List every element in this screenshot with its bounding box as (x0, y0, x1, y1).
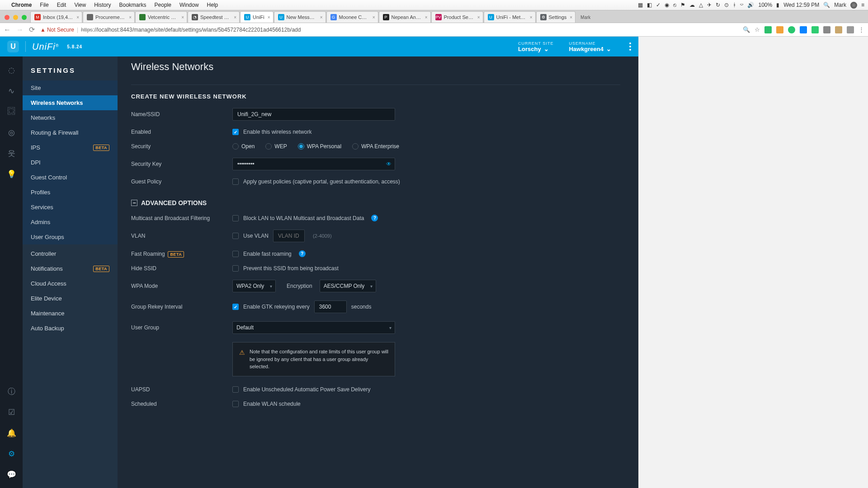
menu-window[interactable]: Window (176, 2, 202, 8)
security-wep-radio[interactable] (265, 143, 272, 150)
tray-icon[interactable]: ⊙ (724, 2, 729, 8)
alerts-icon[interactable]: 🔔 (7, 428, 16, 437)
ssid-input[interactable] (232, 108, 395, 121)
scheduled-checkbox[interactable] (232, 401, 239, 407)
browser-tab[interactable]: MInbox (19,456) -× (30, 11, 82, 23)
tab-close-icon[interactable]: × (570, 15, 572, 20)
extension-icon[interactable] (811, 26, 819, 33)
checklist-icon[interactable]: ☑ (7, 408, 16, 417)
menu-help[interactable]: Help (204, 2, 222, 8)
guest-policy-checkbox[interactable] (232, 178, 239, 185)
enabled-checkbox[interactable] (232, 129, 239, 135)
chrome-menu-icon[interactable]: ⋮ (859, 26, 864, 33)
username-menu[interactable]: USERNAME Hawkgreen4⌄ (569, 41, 611, 52)
sidebar-item-user-groups[interactable]: User Groups (23, 230, 118, 244)
user-avatar-icon[interactable] (850, 2, 857, 9)
vlan-checkbox[interactable] (232, 233, 239, 239)
sidebar-item-maintenance[interactable]: Maintenance (23, 306, 118, 321)
map-icon[interactable]: ⿴ (7, 107, 16, 116)
menu-file[interactable]: File (37, 2, 52, 8)
tray-icon[interactable]: ✓ (656, 2, 660, 8)
tray-icon[interactable]: △ (699, 2, 703, 8)
browser-tab[interactable]: Vetcentric Whole× (135, 11, 187, 23)
menu-view[interactable]: View (71, 2, 89, 8)
browser-tab[interactable]: ◔Speedtest by Oo× (188, 11, 240, 23)
menu-edit[interactable]: Edit (54, 2, 70, 8)
sidebar-item-guest-control[interactable]: Guest Control (23, 170, 118, 185)
app-menu-icon[interactable] (629, 42, 631, 51)
browser-tab[interactable]: ⚙Settings× (536, 11, 576, 23)
bluetooth-icon[interactable]: ᚼ (733, 2, 736, 8)
extension-icon[interactable] (788, 26, 795, 33)
menu-app[interactable]: Chrome (8, 2, 35, 8)
volume-icon[interactable]: 🔊 (747, 2, 754, 8)
help-icon[interactable]: ? (371, 215, 378, 221)
tray-icon[interactable]: ◧ (647, 2, 652, 8)
tab-close-icon[interactable]: × (181, 15, 184, 20)
forward-button[interactable]: → (16, 26, 24, 34)
dashboard-icon[interactable]: ◌ (7, 66, 16, 75)
tab-close-icon[interactable]: × (373, 15, 375, 20)
sidebar-item-elite-device[interactable]: Elite Device (23, 291, 118, 306)
browser-tab[interactable]: GMoonee Central× (326, 11, 378, 23)
zoom-window-button[interactable] (22, 15, 27, 20)
spotlight-icon[interactable]: 🔍 (823, 2, 830, 8)
menu-people[interactable]: People (151, 2, 175, 8)
insights-icon[interactable]: 💡 (7, 169, 16, 178)
reload-button[interactable]: ⟳ (29, 25, 35, 34)
tab-close-icon[interactable]: × (320, 15, 323, 20)
clients-icon[interactable]: 웃 (7, 149, 16, 158)
sidebar-item-cloud-access[interactable]: Cloud Access (23, 276, 118, 291)
not-secure-badge[interactable]: ▲ Not Secure (40, 27, 74, 33)
sidebar-item-auto-backup[interactable]: Auto Backup (23, 321, 118, 336)
statistics-icon[interactable]: ∿ (7, 86, 16, 95)
minimize-window-button[interactable] (13, 15, 18, 20)
extension-icon[interactable] (800, 26, 807, 33)
current-site-menu[interactable]: CURRENT SITE Lorschy⌄ (518, 41, 553, 52)
tray-icon[interactable]: ↻ (716, 2, 720, 8)
multicast-checkbox[interactable] (232, 215, 239, 221)
tray-icon[interactable]: ⎋ (673, 2, 676, 8)
menu-history[interactable]: History (91, 2, 114, 8)
encryption-select[interactable]: AES/CCMP Only (320, 280, 376, 292)
sidebar-item-routing-firewall[interactable]: Routing & Firewall (23, 125, 118, 140)
user-group-select[interactable]: Default (232, 321, 395, 334)
extension-icon[interactable] (823, 26, 830, 33)
sidebar-item-wireless-networks[interactable]: Wireless Networks (23, 95, 118, 110)
sidebar-item-networks[interactable]: Networks (23, 110, 118, 125)
advanced-options-toggle[interactable]: − ADVANCED OPTIONS (131, 199, 620, 206)
security-wpa-personal-radio[interactable] (298, 143, 304, 150)
tab-close-icon[interactable]: × (477, 15, 480, 20)
browser-tab[interactable]: UUniFi× (240, 11, 274, 23)
tray-icon[interactable]: ☁ (689, 2, 695, 8)
menu-bookmarks[interactable]: Bookmarks (116, 2, 150, 8)
sidebar-item-site[interactable]: Site (23, 80, 118, 95)
sidebar-item-ips[interactable]: IPSBETA (23, 140, 118, 155)
notification-center-icon[interactable]: ≡ (861, 2, 864, 8)
extension-icon[interactable] (835, 26, 842, 33)
security-wpa-enterprise-radio[interactable] (352, 143, 359, 150)
sidebar-item-profiles[interactable]: Profiles (23, 185, 118, 200)
hide-ssid-checkbox[interactable] (232, 265, 239, 272)
uapsd-checkbox[interactable] (232, 386, 239, 393)
sidebar-item-notifications[interactable]: NotificationsBETA (23, 261, 118, 276)
back-button[interactable]: ← (4, 26, 11, 34)
extension-icon[interactable] (847, 26, 854, 33)
star-icon[interactable]: ☆ (755, 26, 760, 33)
tray-icon[interactable]: ✈ (707, 2, 712, 8)
security-key-input[interactable] (232, 158, 395, 170)
tab-close-icon[interactable]: × (425, 15, 428, 20)
wifi-icon[interactable]: ⌔ (740, 2, 743, 8)
vlan-id-input[interactable] (273, 230, 305, 242)
security-open-radio[interactable] (232, 143, 239, 150)
extension-icon[interactable] (776, 26, 783, 33)
chat-icon[interactable]: 💬 (7, 470, 16, 479)
rekey-seconds-input[interactable] (314, 300, 347, 313)
extension-icon[interactable] (764, 26, 772, 33)
fast-roaming-checkbox[interactable] (232, 251, 239, 257)
browser-tab[interactable]: UNew Message - U× (274, 11, 326, 23)
browser-tab[interactable]: PVProduct Search -× (431, 11, 483, 23)
tab-close-icon[interactable]: × (234, 15, 236, 20)
tab-close-icon[interactable]: × (268, 15, 270, 20)
info-icon[interactable]: ⓘ (7, 387, 16, 396)
